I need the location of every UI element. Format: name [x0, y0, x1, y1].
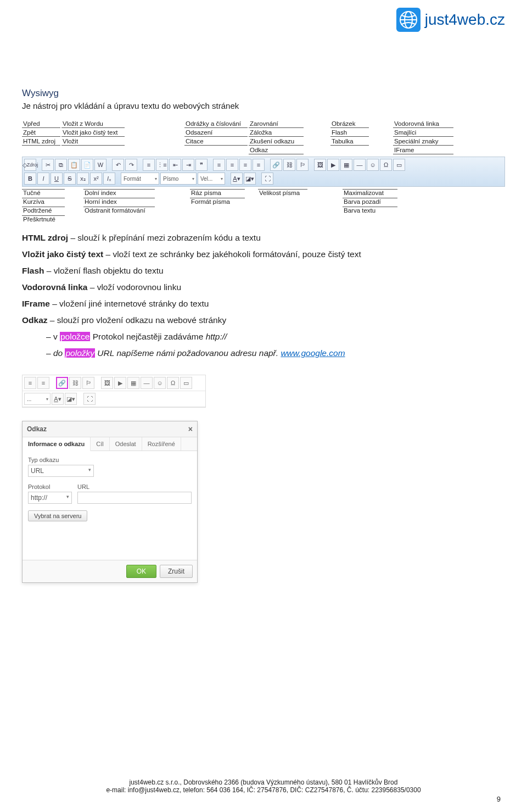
- iframe-button[interactable]: ▭: [393, 159, 405, 171]
- bold-button[interactable]: B: [24, 173, 36, 185]
- label-formatpisma: Ráz písma: [190, 189, 245, 197]
- paste-plain-button[interactable]: 📄: [81, 159, 93, 171]
- smiley-icon[interactable]: ☺: [154, 377, 166, 389]
- special-icon[interactable]: Ω: [167, 377, 179, 389]
- label-htmlzdroj: HTML zdroj: [22, 138, 60, 146]
- copy-button[interactable]: ⧉: [55, 159, 67, 171]
- label-plain: Vložit jako čistý text: [61, 129, 125, 137]
- align-right-icon[interactable]: ≡: [37, 377, 49, 389]
- label-paste: Vložit: [61, 138, 125, 146]
- label-smiley: Smajlíci: [393, 129, 453, 137]
- superscript-button[interactable]: x²: [90, 173, 102, 185]
- table-button[interactable]: ▦: [340, 159, 352, 171]
- wysiwyg-toolbar: ◇ Zdroj ✂ ⧉ 📋 📄 W ↶ ↷ ≡ ⋮≡ ⇤ ⇥ ❞ ≡ ≡ ≡: [22, 157, 505, 187]
- label-table: Tabulka: [330, 138, 369, 146]
- tab-advanced[interactable]: Rozšířené: [142, 437, 181, 451]
- body-text: HTML zdroj – slouží k přepínání mezi zob…: [22, 233, 505, 358]
- hr-button[interactable]: —: [354, 159, 366, 171]
- bgcolor-button[interactable]: ◪▾: [244, 173, 256, 185]
- paste-word-button[interactable]: W: [94, 159, 106, 171]
- link-icon-highlighted[interactable]: 🔗: [56, 377, 68, 389]
- label-indent: Odsazení: [184, 129, 248, 137]
- format-select[interactable]: Formát: [121, 173, 159, 185]
- protokol-select[interactable]: http://▾: [28, 492, 72, 504]
- protokol-label: Protokol: [28, 483, 72, 490]
- size-select2[interactable]: ...: [24, 393, 51, 405]
- label-link: Odkaz: [249, 147, 304, 154]
- footer-line2: e-mail: info@just4web.cz, telefon: 564 0…: [0, 786, 527, 794]
- label-maximize: Maximalizovat: [343, 189, 397, 197]
- strike-button[interactable]: S: [64, 173, 76, 185]
- specialchar-button[interactable]: Ω: [380, 159, 392, 171]
- label-bold: Tučné: [22, 189, 65, 197]
- page-footer: just4web.cz s.r.o., Dobrovského 2366 (bu…: [0, 778, 527, 803]
- tab-target[interactable]: Cíl: [91, 437, 109, 451]
- align-center-button[interactable]: ≡: [226, 159, 238, 171]
- align-right-button[interactable]: ≡: [239, 159, 251, 171]
- image-button[interactable]: 🖼: [314, 159, 326, 171]
- dialog-tabs: Informace o odkazu Cíl Odeslat Rozšířené: [23, 437, 197, 451]
- flash-button[interactable]: ▶: [327, 159, 339, 171]
- url-input[interactable]: [77, 492, 192, 504]
- globe-icon: [395, 7, 422, 33]
- maximize-icon[interactable]: ⛶: [83, 393, 96, 405]
- subscript-button[interactable]: x₂: [77, 173, 89, 185]
- underline-button[interactable]: U: [51, 173, 63, 185]
- label-flash: Flash: [330, 129, 369, 137]
- outdent-button[interactable]: ⇤: [169, 159, 181, 171]
- label-zpet: Zpět: [22, 129, 60, 137]
- bullet-list-button[interactable]: ⋮≡: [156, 159, 168, 171]
- cut-button[interactable]: ✂: [42, 159, 54, 171]
- label-bullets: Odrážky a číslování: [184, 120, 248, 128]
- font-select[interactable]: Písmo: [160, 173, 197, 185]
- label-anchor: Záložka: [249, 129, 304, 137]
- redo-button[interactable]: ↷: [125, 159, 137, 171]
- link-button[interactable]: 🔗: [270, 159, 282, 171]
- textcolor-icon[interactable]: A▾: [52, 393, 64, 405]
- numbered-list-button[interactable]: ≡: [143, 159, 155, 171]
- close-icon[interactable]: ×: [188, 425, 193, 433]
- smiley-button[interactable]: ☺: [367, 159, 379, 171]
- align-left-button[interactable]: ≡: [213, 159, 225, 171]
- label-underline: Podtržené: [22, 207, 65, 214]
- maximize-button[interactable]: ⛶: [261, 173, 273, 185]
- url-label: URL: [77, 483, 192, 490]
- bgcolor-icon[interactable]: ◪▾: [65, 393, 77, 405]
- undo-button[interactable]: ↶: [112, 159, 124, 171]
- image-icon[interactable]: 🖼: [101, 377, 113, 389]
- toolbar-diagram: Vpřed Zpět HTML zdroj Vložit z Wordu Vlo…: [22, 120, 505, 223]
- intro-text: Je nástroj pro vkládání a úpravu textu d…: [22, 101, 505, 110]
- ok-button[interactable]: OK: [126, 565, 156, 578]
- size-select[interactable]: Vel...: [198, 173, 225, 185]
- italic-button[interactable]: I: [37, 173, 49, 185]
- anchor-button[interactable]: 🏳: [296, 159, 309, 171]
- label-image: Obrázek: [330, 120, 369, 128]
- source-button[interactable]: ◇ Zdroj: [24, 159, 36, 171]
- unlink-icon[interactable]: ⛓: [69, 377, 81, 389]
- flash-icon[interactable]: ▶: [114, 377, 126, 389]
- label-quote: Citace: [184, 138, 248, 146]
- type-select[interactable]: URL▾: [28, 465, 94, 477]
- paste-button[interactable]: 📋: [68, 159, 80, 171]
- align-justify-button[interactable]: ≡: [253, 159, 265, 171]
- hr-icon[interactable]: —: [141, 377, 153, 389]
- label-unlink: Zkušení odkazu: [249, 138, 304, 146]
- unlink-button[interactable]: ⛓: [283, 159, 295, 171]
- label-italic: Kurzíva: [22, 198, 65, 205]
- removeformat-button[interactable]: Iₓ: [103, 173, 115, 185]
- table-icon[interactable]: ▦: [127, 377, 139, 389]
- label-special: Speciální znaky: [393, 138, 453, 146]
- label-removefmt: Odstranit formátování: [83, 207, 155, 214]
- tab-info[interactable]: Informace o odkazu: [23, 437, 91, 451]
- anchor-icon[interactable]: 🏳: [82, 377, 94, 389]
- align-left-icon[interactable]: ≡: [24, 377, 36, 389]
- iframe-icon[interactable]: ▭: [180, 377, 192, 389]
- textcolor-button[interactable]: A▾: [231, 173, 243, 185]
- toolbar-snippet: ≡ ≡ 🔗 ⛓ 🏳 🖼 ▶ ▦ — ☺ Ω ▭ ... A▾ ◪▾ ⛶: [22, 375, 206, 408]
- label-sub: Dolní index: [83, 189, 155, 197]
- blockquote-button[interactable]: ❞: [195, 159, 208, 171]
- indent-button[interactable]: ⇥: [182, 159, 194, 171]
- browse-server-button[interactable]: Vybrat na serveru: [28, 510, 87, 521]
- cancel-button[interactable]: Zrušit: [160, 565, 193, 578]
- tab-upload[interactable]: Odeslat: [110, 437, 142, 451]
